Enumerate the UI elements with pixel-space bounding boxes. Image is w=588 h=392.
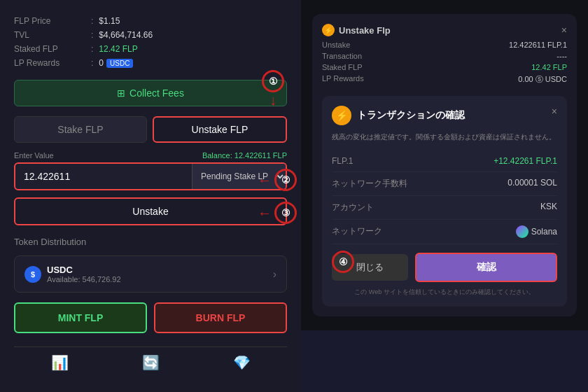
staked-flp-label: Staked FLP	[14, 44, 91, 54]
nav-gem-icon[interactable]: 💎	[233, 354, 251, 371]
nav-swap-icon[interactable]: 🔄	[142, 354, 160, 371]
tx-confirm-modal: ⚡ トランザクションの確認 × 残高の変化は推定値です。関係する金額および資産は…	[322, 96, 567, 307]
tx-logo: ⚡	[332, 106, 351, 125]
annotation-2-circle: ②	[274, 169, 297, 191]
tx-row-network-fee: ネットワーク手数料 0.00001 SOL	[332, 172, 557, 196]
unstake-flp-tab[interactable]: Unstake FLP	[153, 116, 287, 143]
enter-value-label: Enter Value	[14, 151, 54, 160]
flp-price-label: FLP Price	[14, 16, 91, 26]
stats-table: FLP Price : $1.15 TVL : $4,664,714.66 St…	[14, 14, 287, 70]
amount-input[interactable]	[15, 164, 192, 189]
annotation-2: ← ②	[258, 169, 297, 191]
lp-rewards-value: 0	[99, 58, 104, 68]
modal-stat-lp-rewards: LP Rewards 0.00 ⓢ USDC	[322, 73, 567, 86]
modal-title: Unstake Flp	[339, 25, 391, 36]
balance-display: Balance: 12.422611 FLP	[202, 151, 287, 160]
modal-stat-staked-flp: Staked FLP 12.42 FLP	[322, 62, 567, 73]
tx-actions: 閉じる 確認	[332, 253, 557, 282]
usdc-card: $ USDC Available: 546,726.92 ›	[14, 255, 287, 293]
modal-header: ⚡ Unstake Flp ×	[322, 24, 567, 36]
main-container: FLP Price : $1.15 TVL : $4,664,714.66 St…	[0, 0, 588, 392]
tx-header: ⚡ トランザクションの確認	[332, 106, 557, 125]
tvl-value: $4,664,714.66	[99, 30, 153, 40]
annotation-1-arrow: ↓	[270, 92, 276, 108]
usdc-name: USDC	[47, 265, 121, 275]
staked-flp-value: 12.42 FLP	[99, 44, 137, 54]
annotation-3-circle: ③	[274, 202, 297, 224]
action-row: MINT FLP BURN FLP	[14, 302, 287, 333]
stat-row-flp-price: FLP Price : $1.15	[14, 14, 287, 28]
left-panel: FLP Price : $1.15 TVL : $4,664,714.66 St…	[0, 0, 301, 392]
nav-chart-icon[interactable]: 📊	[51, 354, 69, 371]
modal-stat-transaction: Transaction ----	[322, 50, 567, 62]
enter-value-header: Enter Value Balance: 12.422611 FLP	[14, 151, 287, 160]
modal-logo: ⚡	[322, 24, 335, 36]
tx-title: トランザクションの確認	[357, 109, 465, 122]
annotation-4-circle: ④	[332, 251, 354, 273]
usdc-available: Available: 546,726.92	[47, 275, 121, 284]
chevron-right-icon: ›	[273, 268, 276, 281]
nav-bar: 📊 🔄 💎	[14, 346, 287, 378]
tx-subtitle: 残高の変化は推定値です。関係する金額および資産は保証されません。	[332, 132, 557, 142]
amount-input-row: Pending Stake LP	[14, 162, 287, 190]
unstake-button[interactable]: Unstake	[14, 197, 287, 225]
tab-row: Stake FLP Unstake FLP	[14, 116, 287, 143]
annotation-4: ④	[332, 251, 354, 273]
annotation-1-circle: ①	[262, 70, 284, 92]
flp-price-value: $1.15	[99, 16, 120, 26]
annotation-1: ① ↓	[262, 70, 284, 108]
annotation-3: ← ③	[258, 202, 297, 224]
tvl-label: TVL	[14, 30, 91, 40]
stat-row-tvl: TVL : $4,664,714.66	[14, 28, 287, 42]
tx-confirm-button[interactable]: 確認	[415, 253, 557, 282]
stat-row-staked-flp: Staked FLP : 12.42 FLP	[14, 42, 287, 56]
modal-stat-unstake: Unstake 12.422611 FLP.1	[322, 39, 567, 50]
burn-flp-button[interactable]: BURN FLP	[154, 302, 287, 333]
tx-close-button[interactable]: ×	[552, 106, 557, 117]
mint-flp-button[interactable]: MINT FLP	[14, 302, 147, 333]
stake-flp-tab[interactable]: Stake FLP	[14, 116, 147, 143]
tx-row-network: ネットワーク Solana	[332, 220, 557, 244]
usdc-icon: $	[24, 266, 41, 283]
tx-footer: この Web サイトを信頼しているときにのみ確認してください。	[332, 288, 557, 297]
usdc-badge: USDC	[106, 59, 133, 68]
modal-stats: Unstake 12.422611 FLP.1 Transaction ----…	[322, 39, 567, 86]
right-panel: ⚡ Unstake Flp × Unstake 12.422611 FLP.1 …	[301, 0, 588, 392]
annotation-2-arrow: ←	[258, 172, 272, 188]
stat-row-lp-rewards: LP Rewards : 0 USDC	[14, 56, 287, 70]
collect-fees-button[interactable]: Collect Fees	[14, 80, 287, 106]
annotation-3-arrow: ←	[258, 205, 272, 221]
modal-close-button[interactable]: ×	[561, 24, 567, 36]
token-distribution-label: Token Distribution	[14, 237, 287, 247]
lp-rewards-label: LP Rewards	[14, 58, 91, 68]
unstake-modal: ⚡ Unstake Flp × Unstake 12.422611 FLP.1 …	[312, 14, 577, 316]
tx-row-account: アカウント KSK	[332, 196, 557, 220]
solana-icon	[516, 225, 528, 238]
tx-row-flp: FLP.1 +12.42261 FLP.1	[332, 150, 557, 172]
